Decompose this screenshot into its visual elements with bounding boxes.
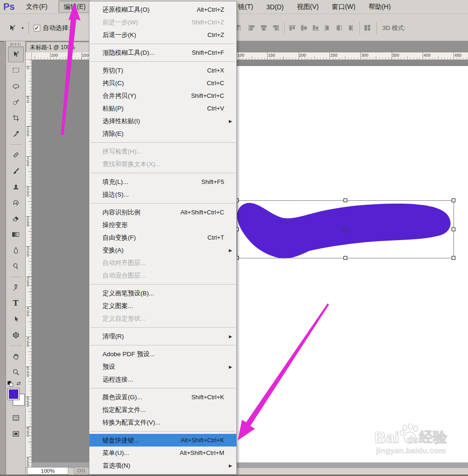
menu-item[interactable]: 自动混合图层... xyxy=(89,269,236,282)
menu-item[interactable]: 清除(E) xyxy=(89,127,236,140)
menu-item[interactable]: 首选项(N)▶ xyxy=(89,459,236,472)
foreground-color-swatch[interactable] xyxy=(7,388,20,400)
menubar-item[interactable]: 3D(D) xyxy=(263,1,286,13)
menu-item[interactable]: 变换(A)▶ xyxy=(89,244,236,256)
menu-item[interactable]: 剪切(T)Ctrl+X xyxy=(89,64,236,77)
menu-item[interactable]: 定义图案... xyxy=(89,300,236,312)
menu-item[interactable]: 还原模糊工具(O)Alt+Ctrl+Z xyxy=(89,3,236,16)
status-options-button[interactable] xyxy=(73,467,89,474)
healing-brush-tool[interactable] xyxy=(6,147,25,163)
align-partial-icon[interactable] xyxy=(236,24,244,31)
quick-mask-button[interactable] xyxy=(6,410,25,426)
menu-item[interactable]: 远程连接... xyxy=(89,373,236,386)
distribute-h-centers-icon[interactable] xyxy=(335,24,343,31)
menubar-item[interactable]: 窗口(W) xyxy=(329,1,358,13)
hand-tool[interactable] xyxy=(6,348,25,364)
ruler-label: 3 0 0 xyxy=(27,247,29,257)
menu-item[interactable]: 内容识别比例Alt+Shift+Ctrl+C xyxy=(89,206,236,219)
shape-tool-icon xyxy=(12,331,20,339)
distribute-group-icon[interactable] xyxy=(364,24,372,31)
menu-item[interactable]: 后退一步(K)Ctrl+Z xyxy=(89,29,236,41)
menu-item[interactable]: Adobe PDF 预设... xyxy=(89,348,236,360)
toolbar-divider xyxy=(10,345,22,346)
chevron-down-icon[interactable]: ▾ xyxy=(22,26,24,30)
menu-item[interactable]: 前进一步(W)Shift+Ctrl+Z xyxy=(89,16,236,29)
menu-item[interactable]: 选择性粘贴(I)▶ xyxy=(89,115,236,127)
type-tool-icon: T xyxy=(13,300,19,307)
menu-item[interactable]: 查找和替换文本(X)... xyxy=(89,158,236,170)
zoom-level-field[interactable]: 100% xyxy=(27,467,68,475)
history-brush-tool[interactable] xyxy=(6,195,25,211)
menu-item-label: 拼写检查(H)... xyxy=(102,147,142,156)
eraser-tool-icon xyxy=(12,215,20,222)
menu-item[interactable]: 渐隐模糊工具(D)...Shift+Ctrl+F xyxy=(89,46,236,59)
menu-item[interactable]: 拷贝(C)Ctrl+C xyxy=(89,77,236,89)
crop-tool[interactable] xyxy=(6,110,25,126)
menubar-item[interactable]: 文件(F) xyxy=(21,1,52,12)
menu-item[interactable]: 转换为配置文件(V)... xyxy=(89,416,236,429)
menu-item-shortcut: Ctrl+V xyxy=(207,105,224,112)
clone-stamp-tool[interactable] xyxy=(6,179,25,195)
lasso-tool[interactable] xyxy=(6,78,25,94)
menubar-item[interactable]: 编辑(E) xyxy=(58,0,91,13)
menubar-item[interactable]: 视图(V) xyxy=(294,1,322,13)
menu-item[interactable]: 粘贴(P)Ctrl+V xyxy=(89,102,236,115)
quick-selection-tool[interactable] xyxy=(6,94,25,110)
menu-item[interactable]: 定义自定形状... xyxy=(89,312,236,325)
align-v-centers-icon[interactable] xyxy=(300,24,308,31)
menu-item[interactable]: 描边(S)... xyxy=(89,188,236,201)
menu-item[interactable]: 清理(R)▶ xyxy=(89,330,236,343)
distribute-left-icon[interactable] xyxy=(323,24,331,31)
menu-item[interactable]: 指定配置文件... xyxy=(89,403,236,416)
type-tool[interactable]: T xyxy=(6,295,25,311)
blur-tool[interactable] xyxy=(6,242,25,258)
menu-item[interactable]: 定义画笔预设(B)... xyxy=(89,287,236,300)
menu-separator xyxy=(90,388,235,388)
menu-item[interactable]: 填充(L)...Shift+F5 xyxy=(89,176,236,188)
default-colors-icon[interactable] xyxy=(7,381,14,387)
align-h-centers-icon[interactable] xyxy=(260,24,268,31)
menu-item[interactable]: 拼写检查(H)... xyxy=(89,145,236,158)
move-tool-options: ▾ ✓ 自动选择: xyxy=(8,15,70,41)
zoom-tool-icon xyxy=(12,368,20,376)
distribute-right-icon[interactable] xyxy=(347,24,355,31)
shape-tool[interactable] xyxy=(6,327,25,343)
menu-item-label: 粘贴(P) xyxy=(102,104,124,113)
path-selection-tool-icon xyxy=(12,315,20,323)
menu-item[interactable]: 颜色设置(G)...Shift+Ctrl+K xyxy=(89,391,236,403)
menu-item[interactable]: 菜单(U)...Alt+Shift+Ctrl+M xyxy=(89,447,236,459)
align-right-edges-icon[interactable] xyxy=(271,24,279,31)
eyedropper-tool[interactable] xyxy=(6,126,25,142)
align-bottom-edges-icon[interactable] xyxy=(312,24,320,31)
move-tool-icon[interactable] xyxy=(8,24,16,32)
zoom-tool[interactable] xyxy=(6,364,25,380)
menu-item[interactable]: 自由变换(F)Ctrl+T xyxy=(89,231,236,244)
menubar-item[interactable]: 帮助(H) xyxy=(366,1,393,13)
toolbar-grip[interactable] xyxy=(10,43,22,45)
menu-item[interactable]: 预设▶ xyxy=(89,360,236,373)
color-swatches-widget: ⇄ xyxy=(6,381,26,410)
screen-mode-button[interactable] xyxy=(6,426,25,442)
gradient-tool[interactable] xyxy=(6,227,25,242)
menu-item-label: 定义图案... xyxy=(102,302,133,310)
pen-tool[interactable] xyxy=(6,279,25,295)
brush-tool[interactable] xyxy=(6,163,25,179)
menu-item[interactable]: 操控变形 xyxy=(89,219,236,231)
align-left-edges-icon[interactable] xyxy=(248,24,256,31)
align-top-edges-icon[interactable] xyxy=(288,24,296,31)
menu-item[interactable]: 键盘快捷键...Alt+Shift+Ctrl+K xyxy=(89,434,236,447)
move-tool[interactable] xyxy=(8,46,24,62)
menu-item[interactable]: 合并拷贝(Y)Shift+Ctrl+C xyxy=(89,89,236,102)
path-selection-tool[interactable] xyxy=(6,311,25,327)
ruler-label: 6 0 0 xyxy=(27,427,29,438)
photoshop-window: Ps 文件(F)编辑(E) 镜(T)3D(D)视图(V)窗口(W)帮助(H) ▾… xyxy=(0,0,468,476)
menubar-item[interactable]: 镜(T) xyxy=(235,1,256,13)
menu-item[interactable]: 自动对齐图层... xyxy=(89,256,236,269)
eraser-tool[interactable] xyxy=(6,211,25,227)
auto-select-checkbox[interactable]: ✓ xyxy=(34,25,40,31)
swap-colors-icon[interactable]: ⇄ xyxy=(16,381,21,387)
watermark-bai: Bai xyxy=(374,430,399,444)
dodge-tool[interactable] xyxy=(6,258,25,274)
rect-marquee-tool[interactable] xyxy=(6,62,25,78)
menubar-left: 文件(F)编辑(E) xyxy=(15,2,91,11)
